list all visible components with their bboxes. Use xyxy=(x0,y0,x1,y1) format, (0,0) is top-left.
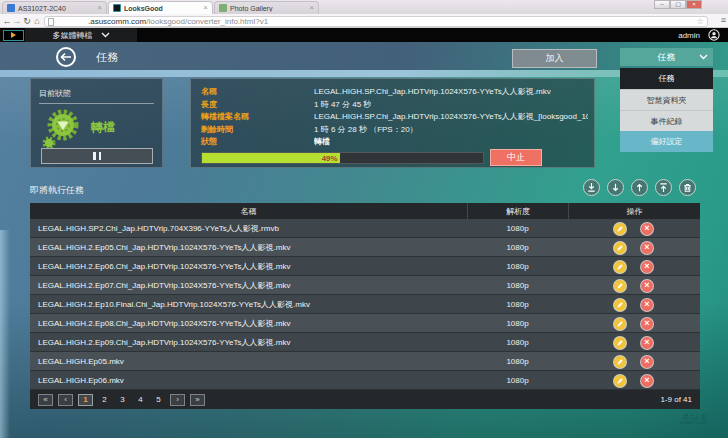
column-header-operation: 操作 xyxy=(568,203,700,219)
back-icon[interactable]: ← xyxy=(2,16,12,26)
sidebar-item-smart-folder[interactable]: 智慧資料夾 xyxy=(620,89,713,110)
progress-fill: 49% xyxy=(202,153,340,163)
delete-button[interactable]: × xyxy=(640,298,654,312)
table-row[interactable]: LEGAL.HIGH.2.Ep05.Chi_Jap.HDTVrip.1024X5… xyxy=(30,238,700,257)
delete-button[interactable]: × xyxy=(640,279,654,293)
delete-button[interactable]: × xyxy=(640,336,654,350)
browser-toolbar: ← → ↻ ⌂ .asuscomm.com /looksgood/convert… xyxy=(0,14,728,28)
edit-button[interactable] xyxy=(613,260,627,274)
pencil-icon xyxy=(616,377,624,385)
edit-button[interactable] xyxy=(613,279,627,293)
url-host: .asuscomm.com xyxy=(88,17,146,26)
table-row[interactable]: LEGAL.HIGH.2.Ep06.Chi_Jap.HDTVrip.1024X5… xyxy=(30,257,700,276)
page-button-3[interactable]: 3 xyxy=(116,395,129,404)
sidebar-header-tasks[interactable]: 任務 xyxy=(620,48,713,66)
close-icon: × xyxy=(644,224,649,233)
table-row[interactable]: LEGAL.HIGH.2.Ep08.Chi_Jap.HDTVrip.1024X5… xyxy=(30,314,700,333)
home-icon[interactable]: ⌂ xyxy=(32,16,42,26)
edit-button[interactable] xyxy=(613,222,627,236)
page-button-5[interactable]: 5 xyxy=(152,395,165,404)
field-label-length: 長度 xyxy=(201,99,314,111)
looksgood-logo[interactable] xyxy=(3,30,24,41)
sidebar-item-preferences[interactable]: 偏好設定 xyxy=(620,131,713,152)
delete-all-button[interactable] xyxy=(679,179,696,196)
close-icon: × xyxy=(644,357,649,366)
table-row[interactable]: LEGAL.HIGH.2.Ep09.Chi_Jap.HDTVrip.1024X5… xyxy=(30,333,700,352)
delete-button[interactable]: × xyxy=(640,222,654,236)
window-close-button[interactable]: × xyxy=(686,0,702,9)
page-button-4[interactable]: 4 xyxy=(134,395,147,404)
chevron-down-icon xyxy=(101,32,110,38)
move-down-button[interactable] xyxy=(607,179,624,196)
task-resolution: 1080p xyxy=(467,352,568,371)
table-row[interactable]: LEGAL.HIGH.2.Ep07.Chi_Jap.HDTVrip.1024X5… xyxy=(30,276,700,295)
queue-section-title: 即將執行任務 xyxy=(30,184,84,197)
field-label-name: 名稱 xyxy=(201,86,314,98)
field-label-status: 狀態 xyxy=(201,136,314,148)
bookmark-star-icon[interactable]: ☆ xyxy=(697,17,704,26)
status-text: 轉檔 xyxy=(91,119,115,136)
move-to-top-button[interactable] xyxy=(655,179,672,196)
add-task-button[interactable]: 加入 xyxy=(512,49,597,68)
last-page-button[interactable]: » xyxy=(190,394,205,406)
browser-tab-nas[interactable]: AS3102T-2C40 × xyxy=(2,1,107,14)
window-minimize-button[interactable]: – xyxy=(654,0,670,9)
edit-button[interactable] xyxy=(613,336,627,350)
browser-tab-photo-gallery[interactable]: Photo Gallery × xyxy=(214,1,319,14)
field-value-remaining: 1 時 6 分 28 秒 （FPS：20） xyxy=(314,124,418,136)
divider xyxy=(39,103,154,104)
edit-button[interactable] xyxy=(613,355,627,369)
delete-button[interactable]: × xyxy=(640,355,654,369)
browser-tab-looksgood[interactable]: LooksGood × xyxy=(108,1,213,14)
forward-icon[interactable]: → xyxy=(12,16,22,26)
edit-button[interactable] xyxy=(613,241,627,255)
queue-table-header: 名稱 解析度 操作 xyxy=(30,203,700,219)
page-button-2[interactable]: 2 xyxy=(98,395,111,404)
table-row[interactable]: LEGAL.HIGH.2.Ep10.Final.Chi_Jap.HDTVrip.… xyxy=(30,295,700,314)
next-page-button[interactable]: › xyxy=(170,394,185,406)
sidebar-item-event-log[interactable]: 事件紀錄 xyxy=(620,110,713,131)
reload-icon[interactable]: ↻ xyxy=(22,16,32,26)
url-bar[interactable]: .asuscomm.com /looksgood/converter_info.… xyxy=(44,16,708,27)
page-button-1[interactable]: 1 xyxy=(78,394,93,406)
move-up-button[interactable] xyxy=(631,179,648,196)
task-name: LEGAL.HIGH.2.Ep09.Chi_Jap.HDTVrip.1024X5… xyxy=(38,333,462,352)
prev-page-button[interactable]: ‹ xyxy=(58,394,73,406)
current-status-panel: 目前狀態 轉檔 xyxy=(30,78,163,168)
delete-button[interactable]: × xyxy=(640,260,654,274)
delete-button[interactable]: × xyxy=(640,241,654,255)
sidebar-item-tasks[interactable]: 任務 xyxy=(620,68,713,89)
tab-close-icon[interactable]: × xyxy=(203,4,208,12)
tab-close-icon[interactable]: × xyxy=(97,4,102,12)
edit-button[interactable] xyxy=(613,298,627,312)
delete-button[interactable]: × xyxy=(640,317,654,331)
field-value-length: 1 時 47 分 45 秒 xyxy=(314,99,371,111)
sidebar-header-label: 任務 xyxy=(658,51,676,64)
tab-label: Photo Gallery xyxy=(230,5,306,12)
media-converter-menu-label: 多媒體轉檔 xyxy=(53,30,93,41)
arrow-left-icon xyxy=(60,52,72,62)
close-icon: × xyxy=(644,319,649,328)
abort-button[interactable]: 中止 xyxy=(490,149,542,166)
pencil-icon xyxy=(616,282,624,290)
move-to-bottom-button[interactable] xyxy=(583,179,600,196)
table-row[interactable]: LEGAL.HIGH.SP2.Chi_Jap.HDTVrip.704X396-Y… xyxy=(30,219,700,238)
field-label-remaining: 剩餘時間 xyxy=(201,124,314,136)
trash-icon xyxy=(682,182,693,193)
task-resolution: 1080p xyxy=(467,371,568,390)
edit-button[interactable] xyxy=(613,317,627,331)
delete-button[interactable]: × xyxy=(640,374,654,388)
table-row[interactable]: LEGAL.HIGH.Ep06.mkv 1080p × xyxy=(30,371,700,390)
pause-button[interactable] xyxy=(41,148,153,164)
tab-close-icon[interactable]: × xyxy=(309,4,314,12)
tab-favicon xyxy=(219,4,227,12)
first-page-button[interactable]: « xyxy=(38,394,53,406)
back-button[interactable] xyxy=(56,47,76,67)
edit-button[interactable] xyxy=(613,374,627,388)
tab-label: AS3102T-2C40 xyxy=(18,5,94,12)
user-avatar-icon[interactable] xyxy=(708,29,720,41)
browser-menu-icon[interactable]: ≡ xyxy=(721,15,726,25)
table-row[interactable]: LEGAL.HIGH.Ep05.mkv 1080p × xyxy=(30,352,700,371)
window-maximize-button[interactable]: ▢ xyxy=(670,0,686,9)
media-converter-menu[interactable]: 多媒體轉檔 xyxy=(25,28,137,42)
